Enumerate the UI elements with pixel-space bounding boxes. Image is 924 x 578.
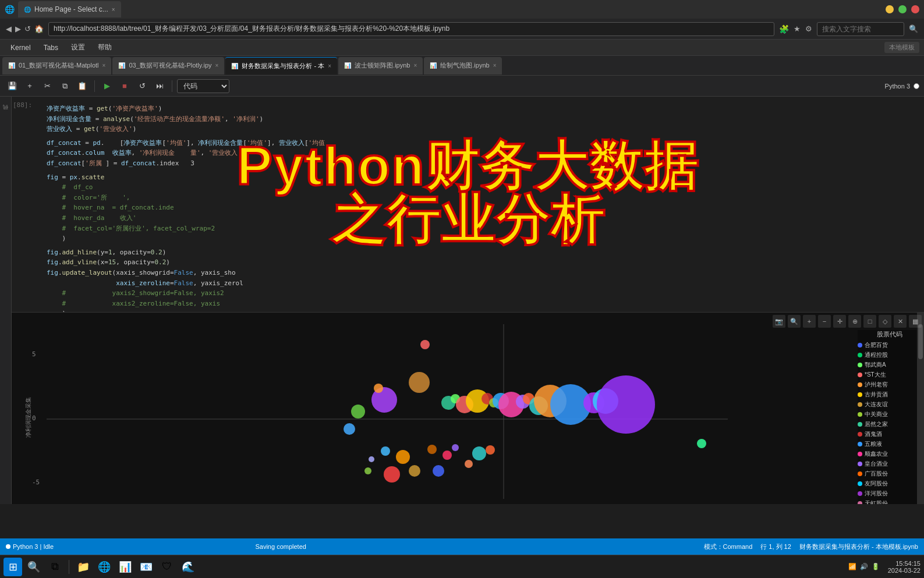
chart-camera-button[interactable]: 📷 bbox=[773, 315, 785, 328]
legend-label-2: 鄂武商A bbox=[865, 361, 886, 369]
maximize-button[interactable]: □ bbox=[898, 5, 907, 13]
settings-icon[interactable]: ⚙ bbox=[805, 24, 812, 33]
saving-text: Saving completed bbox=[255, 543, 306, 550]
browser-tab[interactable]: 🌐 Home Page - Select c... × bbox=[18, 1, 121, 17]
nb-tab-2[interactable]: 📊 03_数据可视化基础-Plotly.ipy × bbox=[112, 57, 224, 75]
search-icon[interactable]: 🔍 bbox=[909, 24, 918, 33]
taskbar-explorer[interactable]: 📁 bbox=[74, 558, 93, 576]
chart-plus-button[interactable]: + bbox=[803, 315, 816, 328]
legend-dot-11 bbox=[858, 452, 862, 456]
status-saving: Saving completed bbox=[255, 543, 306, 550]
chart-scrollbar[interactable] bbox=[917, 313, 924, 504]
legend-label-4: 泸州老窖 bbox=[865, 381, 888, 389]
nb-tab-4[interactable]: 📊 波士顿矩阵图.ipynb × bbox=[338, 57, 423, 75]
forward-icon[interactable]: ▶ bbox=[15, 24, 21, 33]
local-template-label: 本地模板 bbox=[884, 42, 919, 53]
legend-dot-12 bbox=[858, 462, 862, 466]
minimize-button[interactable]: − bbox=[886, 5, 894, 13]
scroll-thumb[interactable] bbox=[918, 324, 923, 359]
legend-item-16: 天虹股份 bbox=[858, 499, 922, 504]
nb-tab-5[interactable]: 📊 绘制气泡图.ipynb × bbox=[424, 57, 502, 75]
restart-run-button[interactable]: ⏭ bbox=[152, 79, 167, 94]
chart-lasso-button[interactable]: ◇ bbox=[879, 315, 891, 328]
taskbar-taskview[interactable]: ⧉ bbox=[45, 558, 64, 576]
code-line-15: fig.add_vline(x=15, opacity=0.2) bbox=[47, 257, 918, 268]
add-cell-button[interactable]: + bbox=[22, 79, 37, 94]
legend-label-13: 广百股份 bbox=[865, 470, 888, 478]
taskbar-browser[interactable]: 🌐 bbox=[95, 558, 114, 576]
legend-dot-10 bbox=[858, 442, 862, 446]
taskbar-excel[interactable]: 📊 bbox=[116, 558, 134, 576]
nb-tab-2-close[interactable]: × bbox=[215, 62, 219, 69]
run-button[interactable]: ▶ bbox=[100, 79, 115, 94]
chart-zoom-button[interactable]: 🔍 bbox=[788, 315, 801, 328]
stop-button[interactable]: ■ bbox=[117, 79, 132, 94]
taskbar-shield[interactable]: 🛡 bbox=[158, 558, 176, 576]
menu-item-help[interactable]: 帮助 bbox=[92, 41, 118, 54]
code-block[interactable]: 净资产收益率 = get('净资产收益率') 净利润现金含量 = analyse… bbox=[41, 101, 924, 335]
status-mode: 模式：Command bbox=[704, 542, 753, 551]
nb-tab-3-icon: 📊 bbox=[231, 63, 238, 69]
chart-cross-button[interactable]: ✛ bbox=[833, 315, 846, 328]
url-input[interactable] bbox=[48, 22, 774, 36]
nb-tab-3[interactable]: 📊 财务数据采集与报表分析 - 本 × bbox=[225, 57, 337, 75]
code-cell: [88]: 净资产收益率 = get('净资产收益率') 净利润现金含量 = a… bbox=[12, 97, 924, 337]
clock[interactable]: 15:54:15 2024-03-22 bbox=[888, 560, 921, 574]
status-file: 财务数据采集与报表分析 - 本地模板.ipynb bbox=[799, 542, 918, 551]
code-area[interactable]: [88]: 净资产收益率 = get('净资产收益率') 净利润现金含量 = a… bbox=[12, 97, 924, 504]
chart-select-button[interactable]: □ bbox=[863, 315, 876, 328]
paste-button[interactable]: 📋 bbox=[75, 79, 90, 94]
volume-icon[interactable]: 🔊 bbox=[860, 563, 868, 570]
legend-item-7: 中关商业 bbox=[858, 410, 922, 419]
legend-label-5: 古井贡酒 bbox=[865, 391, 888, 399]
close-button[interactable]: × bbox=[911, 5, 919, 13]
network-icon[interactable]: 📶 bbox=[848, 563, 856, 570]
chart-reset-button[interactable]: ✕ bbox=[894, 315, 907, 328]
nb-tab-3-label: 财务数据采集与报表分析 - 本 bbox=[242, 62, 324, 70]
toolbar: 💾 + ✂ ⧉ 📋 ▶ ■ ↺ ⏭ 代码 Markdown Raw Python… bbox=[0, 76, 924, 97]
legend-item-5: 古井贡酒 bbox=[858, 391, 922, 399]
bubble-4 bbox=[344, 423, 355, 435]
taskbar-start[interactable]: ⊞ bbox=[3, 558, 22, 576]
legend-item-13: 广百股份 bbox=[858, 470, 922, 478]
bubble-6 bbox=[409, 372, 430, 393]
chart-minus-button[interactable]: − bbox=[818, 315, 831, 328]
legend-item-0: 合肥百货 bbox=[858, 341, 922, 349]
code-line-13: ) bbox=[47, 233, 918, 244]
nb-tab-5-close[interactable]: × bbox=[493, 62, 497, 69]
save-button[interactable]: 💾 bbox=[5, 79, 20, 94]
restart-button[interactable]: ↺ bbox=[134, 79, 150, 94]
taskbar-search[interactable]: 🔍 bbox=[24, 558, 43, 576]
taskbar-edge[interactable]: 🌊 bbox=[179, 558, 197, 576]
code-line-11: # hover_da 收入' bbox=[47, 213, 918, 224]
cut-button[interactable]: ✂ bbox=[40, 79, 55, 94]
menu-item-tabs[interactable]: Tabs bbox=[38, 42, 64, 54]
refresh-icon[interactable]: ↺ bbox=[24, 24, 31, 33]
home-icon[interactable]: 🏠 bbox=[34, 24, 44, 33]
menu-item-settings[interactable]: 设置 bbox=[65, 41, 91, 54]
copy-button[interactable]: ⧉ bbox=[57, 79, 72, 94]
chart-bar-button[interactable]: ▦ bbox=[909, 315, 922, 328]
star-icon[interactable]: ★ bbox=[794, 24, 801, 33]
extensions-icon[interactable]: 🧩 bbox=[779, 24, 789, 34]
chart-pan-button[interactable]: ⊕ bbox=[848, 315, 861, 328]
nb-tab-1-close[interactable]: × bbox=[102, 62, 106, 69]
battery-icon[interactable]: 🔋 bbox=[872, 563, 880, 570]
python-label: Python 3 bbox=[885, 83, 910, 90]
tab-icon: 🌐 bbox=[24, 6, 31, 13]
menu-bar: Kernel Tabs 设置 帮助 本地模板 bbox=[0, 40, 924, 56]
bubble-30 bbox=[409, 465, 420, 477]
browser-search[interactable] bbox=[817, 22, 904, 36]
nb-tab-3-close[interactable]: × bbox=[328, 63, 331, 69]
cell-type-dropdown[interactable]: 代码 Markdown Raw bbox=[177, 79, 229, 93]
menu-item-kernel[interactable]: Kernel bbox=[5, 42, 37, 54]
back-icon[interactable]: ◀ bbox=[6, 24, 12, 33]
bubble-25 bbox=[442, 451, 452, 460]
taskbar-mail[interactable]: 📧 bbox=[137, 558, 155, 576]
code-line-10: # hover_na = df_concat.inde bbox=[47, 203, 918, 213]
nb-tab-4-close[interactable]: × bbox=[413, 62, 417, 69]
browser-tab-close[interactable]: × bbox=[112, 6, 115, 13]
code-line-17: xaxis_zeroline=False, yaxis_zerol bbox=[47, 278, 918, 289]
nb-tab-1[interactable]: 📊 01_数据可视化基础-Matplotl × bbox=[2, 57, 111, 75]
legend-label-11: 顺鑫农业 bbox=[865, 450, 888, 458]
